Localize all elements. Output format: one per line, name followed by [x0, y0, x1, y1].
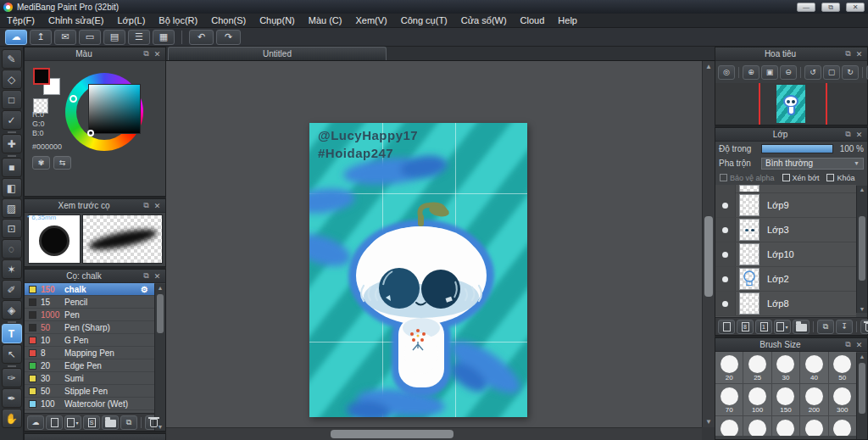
brush-size-option[interactable]: 20: [715, 352, 743, 383]
layer-folder-button[interactable]: [793, 320, 810, 334]
add-brush-button[interactable]: [46, 415, 63, 430]
popout-icon[interactable]: ⧉: [141, 201, 152, 210]
hue-cursor[interactable]: [70, 95, 77, 103]
fit-screen-button[interactable]: ▣: [761, 65, 778, 80]
menu-cloud[interactable]: Cloud: [514, 15, 552, 25]
visibility-toggle[interactable]: [715, 267, 736, 291]
menu-help[interactable]: Help: [551, 15, 584, 25]
layer-row[interactable]: Lớp3: [715, 218, 856, 242]
zoom-out-button[interactable]: ⊖: [780, 65, 797, 80]
close-icon[interactable]: ✕: [152, 272, 163, 281]
add-8bit-layer-button[interactable]: 8: [737, 320, 754, 334]
operation-tool[interactable]: ↖: [2, 344, 22, 364]
navigator-preview[interactable]: [715, 83, 867, 125]
duplicate-layer-button[interactable]: ⧉: [817, 320, 834, 334]
foreground-color-swatch[interactable]: [33, 68, 50, 85]
rotate-right-button[interactable]: ↻: [842, 65, 859, 80]
brush-list-scrollbar[interactable]: ▲ ▼: [154, 284, 165, 431]
layer-row[interactable]: Lớp8: [715, 292, 856, 316]
popout-icon[interactable]: ⧉: [141, 49, 152, 58]
visibility-toggle[interactable]: [715, 218, 736, 242]
scroll-down-icon[interactable]: ▼: [703, 418, 715, 426]
restore-button[interactable]: ⧉: [821, 3, 840, 12]
menu-window[interactable]: Cửa sổ(W): [454, 15, 514, 25]
protect-alpha-checkbox[interactable]: Bảo vệ alpha: [720, 174, 775, 182]
duplicate-brush-button[interactable]: ⧉: [120, 415, 137, 430]
gradient-tool[interactable]: ▨: [2, 198, 22, 218]
close-icon[interactable]: ✕: [854, 341, 865, 349]
saturation-value-square[interactable]: [88, 84, 141, 134]
brush-size-option[interactable]: 150: [772, 384, 799, 415]
brush-size-option[interactable]: 200: [800, 384, 827, 415]
brush-cloud-button[interactable]: ☁: [27, 415, 44, 430]
close-icon[interactable]: ✕: [152, 50, 163, 58]
minimize-button[interactable]: —: [797, 3, 815, 12]
popout-icon[interactable]: ⧉: [843, 49, 854, 58]
select-eraser-tool[interactable]: ◈: [2, 300, 22, 320]
add-brush-menu-button[interactable]: ▾: [64, 415, 81, 430]
popout-icon[interactable]: ⧉: [843, 340, 854, 349]
add-1bit-layer-button[interactable]: 1: [755, 320, 772, 334]
bucket-tool[interactable]: ◧: [2, 178, 22, 198]
scrollbar-thumb[interactable]: [859, 363, 865, 414]
layer-row[interactable]: Lớp9: [715, 193, 856, 218]
menu-view[interactable]: Xem(V): [348, 15, 393, 25]
visibility-toggle[interactable]: [715, 242, 736, 266]
publish-button[interactable]: ↥: [30, 30, 52, 45]
brush-settings-icon[interactable]: ⚙: [141, 285, 154, 294]
eraser-tool[interactable]: ◇: [2, 70, 22, 89]
close-icon[interactable]: ✕: [854, 50, 865, 58]
layer-row-partial[interactable]: [715, 185, 856, 193]
canvas-artwork[interactable]: @LucyHappy17 #Hoidap247: [309, 123, 527, 417]
brush-item-pencil[interactable]: 15 Pencil: [25, 296, 154, 309]
scrollbar-thumb[interactable]: [704, 216, 713, 297]
palette-button[interactable]: ✾: [32, 156, 50, 170]
popout-icon[interactable]: ⧉: [843, 130, 854, 139]
menu-capture[interactable]: Chụp(N): [253, 15, 302, 25]
text-tool[interactable]: T: [2, 324, 22, 343]
visibility-cell[interactable]: [715, 185, 736, 193]
script-brush-button[interactable]: S: [83, 415, 100, 430]
menu-layer[interactable]: Lớp(L): [110, 15, 152, 25]
brush-size-option[interactable]: [829, 416, 856, 436]
scroll-up-icon[interactable]: ▲: [857, 354, 867, 359]
brush-size-option[interactable]: [800, 416, 827, 436]
zoom-in-button[interactable]: ⊕: [743, 65, 760, 80]
brush-item-edge-pen[interactable]: 20 Edge Pen: [25, 359, 154, 372]
eyedropper-tool[interactable]: ✒: [2, 388, 22, 408]
document-tab[interactable]: Untitled: [168, 47, 387, 60]
lock-checkbox[interactable]: Khóa: [826, 174, 854, 182]
grid-settings-button[interactable]: ▦: [153, 30, 175, 45]
scrollbar-thumb[interactable]: [157, 294, 164, 333]
document-button[interactable]: ▤: [103, 30, 125, 45]
menu-edit[interactable]: Chỉnh sửa(E): [42, 15, 110, 25]
horizontal-scrollbar[interactable]: [166, 427, 702, 440]
add-layer-button[interactable]: [718, 320, 735, 334]
add-layer-menu-button[interactable]: ▾: [774, 320, 791, 334]
delete-layer-button[interactable]: [860, 320, 868, 334]
lasso-tool[interactable]: ◌: [2, 239, 22, 259]
brush-item-chalk[interactable]: 150 chalk ⚙: [25, 283, 154, 296]
menu-filter[interactable]: Bộ lọc(R): [152, 15, 204, 25]
brush-item-pen[interactable]: 1000 Pen: [25, 309, 154, 321]
magic-wand-tool[interactable]: ✶: [2, 259, 22, 279]
move-tool[interactable]: ✚: [2, 134, 22, 153]
undo-button[interactable]: ↶: [189, 30, 214, 45]
brush-size-option[interactable]: 40: [800, 352, 827, 383]
rotate-left-button[interactable]: ↺: [804, 65, 821, 80]
close-button[interactable]: ✕: [846, 3, 865, 12]
select-tool[interactable]: ⊡: [2, 219, 22, 238]
brush-size-option[interactable]: 25: [743, 352, 771, 383]
brush-size-option[interactable]: 70: [715, 384, 743, 415]
visibility-toggle[interactable]: [715, 292, 736, 315]
scroll-down-icon[interactable]: ▼: [857, 306, 867, 312]
brush-item-g-pen[interactable]: 10 G Pen: [25, 334, 154, 347]
control-point-tool[interactable]: ✓: [2, 110, 22, 130]
brush-tool[interactable]: ✎: [2, 49, 22, 69]
material-button[interactable]: ☰: [128, 30, 150, 45]
swap-colors-button[interactable]: ⇆: [53, 156, 71, 170]
menu-color[interactable]: Màu (C): [302, 15, 349, 25]
brush-size-option[interactable]: [772, 416, 799, 436]
blend-mode-select[interactable]: Bình thường ▼: [761, 158, 864, 170]
hand-tool[interactable]: ✋: [2, 409, 22, 428]
